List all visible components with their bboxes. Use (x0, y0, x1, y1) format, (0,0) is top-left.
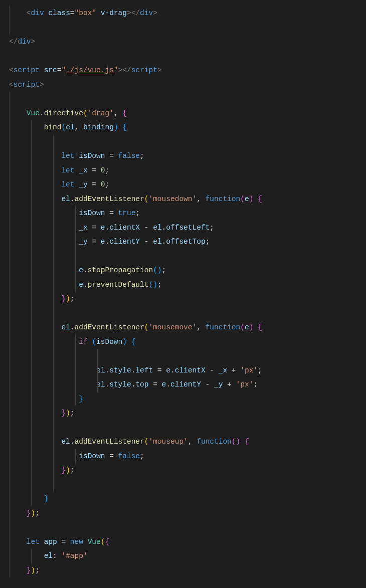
code-line[interactable]: <script> (9, 78, 366, 92)
code-line[interactable]: if (isDown) { (9, 335, 366, 349)
token: binding (83, 123, 114, 131)
code-line[interactable]: e.stopPropagation(); (9, 263, 366, 278)
code-line[interactable]: let _y = 0; (9, 177, 366, 192)
token: app (44, 538, 57, 546)
code-line[interactable]: }); (9, 406, 366, 421)
indent-guide (9, 292, 10, 306)
code-line[interactable]: let app = new Vue({ (9, 535, 366, 549)
indent-guide (31, 192, 32, 207)
token (40, 66, 44, 74)
token: style (109, 366, 131, 374)
code-line[interactable]: let _x = 0; (9, 163, 366, 178)
code-line[interactable]: el.addEventListener('mouseup', function(… (9, 435, 366, 449)
token: el (66, 123, 74, 131)
indent-guide (9, 492, 10, 506)
indent-guide (9, 335, 10, 349)
token: false (118, 152, 140, 160)
token: = (148, 380, 161, 388)
indent (9, 566, 27, 574)
code-line[interactable]: _x = e.clientX - el.offsetLeft; (9, 221, 366, 235)
code-line[interactable]: </div> (9, 35, 366, 49)
token: = (88, 180, 101, 188)
indent-guide (53, 421, 54, 435)
token: = (88, 166, 101, 174)
token: ; (258, 366, 262, 374)
code-line[interactable]: <div class="box" v-drag></div> (9, 6, 366, 21)
indent-guide (9, 92, 10, 106)
indent-guide (31, 163, 32, 178)
token: isDown (96, 338, 122, 346)
token: = (70, 9, 75, 17)
token (240, 438, 245, 446)
code-line[interactable] (9, 478, 366, 492)
code-line[interactable]: Vue.directive('drag', { (9, 106, 366, 121)
indent-guide (9, 235, 10, 249)
token: clientY (109, 238, 140, 246)
token: div (31, 9, 44, 17)
token: if (79, 338, 87, 346)
code-line[interactable] (9, 520, 366, 535)
code-line[interactable]: }); (9, 292, 366, 306)
code-line[interactable] (9, 135, 366, 149)
token: () (153, 266, 161, 274)
token: _y (214, 380, 223, 388)
token: ( (240, 323, 245, 331)
token: ; (140, 452, 144, 460)
code-line[interactable] (9, 92, 366, 106)
code-line[interactable]: _y = e.clientY - el.offsetTop; (9, 235, 366, 249)
token: . (83, 281, 88, 289)
token: } (61, 295, 66, 303)
code-line[interactable]: bind(el, binding) { (9, 120, 366, 135)
token: > (157, 66, 162, 74)
code-line[interactable]: } (9, 492, 366, 506)
code-line[interactable]: el.style.top = e.clientY - _y + 'px'; (9, 377, 366, 392)
token: ; (35, 566, 40, 574)
token: clientX (175, 366, 206, 374)
indent (9, 123, 44, 131)
code-line[interactable]: }); (9, 463, 366, 478)
indent-guide (9, 306, 10, 321)
token: . (70, 323, 75, 331)
token (75, 166, 79, 174)
code-line[interactable] (9, 349, 366, 363)
token (75, 180, 79, 188)
code-line[interactable]: el.style.left = e.clientX - _x + 'px'; (9, 363, 366, 378)
token (118, 123, 123, 131)
code-line[interactable]: }); (9, 563, 366, 578)
code-line[interactable]: e.preventDefault(); (9, 278, 366, 292)
token: _x (79, 166, 87, 174)
code-line[interactable]: } (9, 392, 366, 407)
indent-guide (9, 535, 10, 549)
code-line[interactable] (9, 249, 366, 264)
indent-guide (53, 406, 54, 421)
token: let (61, 180, 74, 188)
code-editor[interactable]: <div class="box" v-drag></div> </div> <s… (0, 0, 366, 583)
code-line[interactable]: }); (9, 506, 366, 521)
token: . (83, 266, 88, 274)
code-line[interactable] (9, 21, 366, 35)
code-line[interactable]: let isDown = false; (9, 149, 366, 163)
code-line[interactable] (9, 421, 366, 435)
indent-guide (75, 363, 76, 378)
code-line[interactable]: isDown = true; (9, 206, 366, 221)
token: ; (135, 209, 140, 217)
token: e (245, 195, 249, 203)
indent-guide (9, 377, 10, 392)
code-line[interactable]: isDown = false; (9, 449, 366, 464)
code-line[interactable]: el.addEventListener('mousemove', functio… (9, 320, 366, 335)
code-line[interactable]: el.addEventListener('mousedown', functio… (9, 192, 366, 207)
code-line[interactable]: <script src="./js/vue.js"></script> (9, 63, 366, 78)
code-line[interactable] (9, 306, 366, 321)
indent-guide (31, 463, 32, 478)
code-line[interactable]: el: '#app' (9, 549, 366, 563)
token: { (245, 438, 249, 446)
indent-guide (31, 120, 32, 135)
indent-guide (53, 377, 54, 392)
token: Vue (27, 109, 40, 117)
indent-guide (9, 6, 10, 21)
indent-guide (31, 421, 32, 435)
token: _x (219, 366, 227, 374)
code-line[interactable] (9, 49, 366, 64)
indent-guide (75, 249, 76, 264)
token: ; (140, 152, 144, 160)
